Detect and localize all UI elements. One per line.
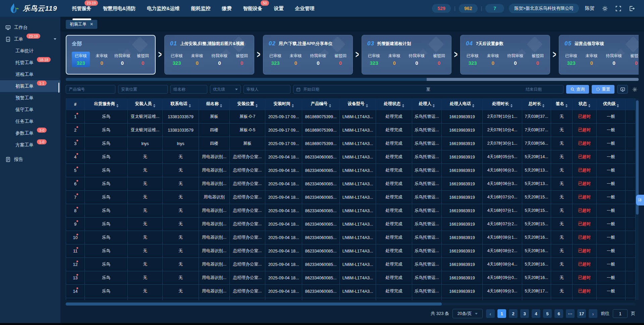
stat-card-all[interactable]: 全部已审核323未审核0待我审核0被驳回0 <box>66 35 156 75</box>
priority-select[interactable]: 优先级 <box>210 85 241 94</box>
sort-carets-icon[interactable] <box>366 104 368 107</box>
sidebar-item-工单[interactable]: 工单23-19 <box>0 33 60 45</box>
sidebar-item-任务工单[interactable]: 任务工单 <box>0 115 60 127</box>
sidebar-item-值守工单[interactable]: 值守工单 <box>0 104 60 115</box>
column-header-extra[interactable] <box>626 99 636 110</box>
page-button-1[interactable]: 1 <box>497 309 506 318</box>
table-row[interactable]: 12乐鸟无无用电器识别...总经理办公室...2025-09-04 18...8… <box>66 258 636 271</box>
stat-被驳回[interactable]: 被驳回0 <box>136 52 150 67</box>
page-button-5[interactable]: 5 <box>543 309 552 318</box>
reviewer-input[interactable] <box>244 85 290 94</box>
company-selector[interactable]: 陈贺>新北京乐鸟科技有限公司 <box>509 4 579 13</box>
table-row[interactable]: 10乐鸟无无用电器识别...总经理办公室...2025-09-04 18...8… <box>66 231 636 244</box>
stat-已审核[interactable]: 已审核323 <box>170 52 183 67</box>
column-header-安装位置[interactable]: 安装位置 <box>230 99 265 110</box>
table-row[interactable]: 6乐鸟无无用电器识别...总经理办公室...2025-09-04 18...86… <box>66 177 636 191</box>
stat-未审核[interactable]: 未审核0 <box>191 52 204 67</box>
date-range-picker[interactable]: 开始日期 至 结束日期 <box>293 85 564 94</box>
close-icon[interactable]: ✕ <box>90 22 93 26</box>
export-icon[interactable] <box>617 85 628 94</box>
column-header-联系电话[interactable]: 联系电话 <box>163 99 199 110</box>
table-row[interactable]: 4乐鸟无无用电器识别...总经理办公室...2025-09-04 18...86… <box>66 150 636 164</box>
table-row[interactable]: 9乐鸟无无用电器识别...总经理办公室...2025-09-04 18...86… <box>66 218 636 231</box>
nav-item-3[interactable]: 电力监控&运维 <box>147 5 179 12</box>
column-header-处理人[interactable]: 处理人 <box>412 99 442 110</box>
product-number-input[interactable] <box>66 85 115 94</box>
stat-未审核[interactable]: 未审核0 <box>486 52 500 67</box>
nav-item-6[interactable]: 智能设备50 <box>243 5 262 12</box>
table-row[interactable]: 8乐鸟无无用电器识别...总经理办公室...2025-09-04 18...86… <box>66 204 636 218</box>
stat-已审核[interactable]: 已审核323 <box>466 52 479 67</box>
stat-被驳回[interactable]: 被驳回0 <box>432 52 446 67</box>
gear-icon[interactable] <box>631 85 639 94</box>
column-header-优先级[interactable]: 优先级 <box>597 99 626 110</box>
fullscreen-icon[interactable] <box>613 4 623 13</box>
table-row[interactable]: 7乐鸟无无用电器识别总经理办公室...2025-09-04 18...86233… <box>66 191 636 204</box>
sort-carets-icon[interactable] <box>511 104 513 107</box>
sidebar-item-初装工单[interactable]: 初装工单1-1 <box>0 80 60 92</box>
table-horizontal-scrollbar[interactable] <box>66 303 635 306</box>
stat-待我审核[interactable]: 待我审核0 <box>211 52 228 67</box>
stat-待我审核[interactable]: 待我审核0 <box>309 52 327 67</box>
table-row[interactable]: 13乐鸟无无用电器识别...总经理办公室...2025-09-04 18...8… <box>66 271 636 285</box>
page-button-3[interactable]: 3 <box>520 309 529 318</box>
logout-icon[interactable] <box>627 4 637 13</box>
cell[interactable]: 4 <box>66 150 85 164</box>
sidebar-item-预警工单[interactable]: 预警工单 <box>0 92 60 104</box>
sort-carets-icon[interactable] <box>256 104 258 107</box>
column-header-组名称[interactable]: 组名称 <box>199 99 230 110</box>
sidebar-item-工单统计[interactable]: 工单统计 <box>0 45 60 57</box>
page-button-4[interactable]: 4 <box>532 309 540 318</box>
tab-chuzhuang-gongdan[interactable]: 初装工单 ✕ <box>66 20 97 29</box>
prev-page-button[interactable]: ‹ <box>486 309 495 318</box>
cell[interactable]: 6 <box>66 177 85 191</box>
stat-被驳回[interactable]: 被驳回0 <box>334 52 347 67</box>
sort-carets-icon[interactable] <box>472 104 474 107</box>
sort-carets-icon[interactable] <box>617 104 619 107</box>
goto-page-input[interactable] <box>613 309 628 318</box>
column-header-签名[interactable]: 签名 <box>551 99 573 110</box>
stat-待我审核[interactable]: 待我审核0 <box>408 52 425 67</box>
column-header-#[interactable]: # <box>66 99 85 110</box>
sort-carets-icon[interactable] <box>433 104 435 107</box>
table-row[interactable]: 5乐鸟无无用电器识别...总经理办公室...2025-09-04 18...86… <box>66 164 636 177</box>
column-header-状态[interactable]: 状态 <box>573 99 597 110</box>
nav-stat-pill-2[interactable]: 962 <box>459 4 478 13</box>
stat-被驳回[interactable]: 被驳回0 <box>630 52 639 67</box>
sort-carets-icon[interactable] <box>402 104 404 107</box>
stat-card-04[interactable]: 047天后设置参数已审核323未审核0待我审核0被驳回0 <box>460 35 550 75</box>
stat-待我审核[interactable]: 待我审核0 <box>605 52 623 67</box>
cell[interactable]: 11 <box>66 244 85 258</box>
install-location-input[interactable] <box>118 85 168 94</box>
column-header-安装时间[interactable]: 安装时间 <box>265 99 302 110</box>
cell[interactable]: 1 <box>66 110 85 124</box>
table-row[interactable]: 14乐鸟无无用电器识别...总经理办公室...2025-09-04 18...8… <box>66 285 636 298</box>
page-ellipsis[interactable]: ··· <box>566 309 575 318</box>
stat-已审核[interactable]: 已审核323 <box>565 52 578 67</box>
cell[interactable]: 2 <box>66 124 85 137</box>
search-button[interactable]: 查询 <box>566 85 589 94</box>
sort-carets-icon[interactable] <box>588 104 590 107</box>
sidebar-item-参数工单[interactable]: 参数工单3-0 <box>0 127 60 139</box>
stat-已审核[interactable]: 已审核323 <box>367 52 381 67</box>
stat-已审核[interactable]: 已审核323 <box>269 52 282 67</box>
sidebar-scrollbar[interactable] <box>58 83 59 93</box>
cell[interactable]: 5 <box>66 164 85 177</box>
sort-carets-icon[interactable] <box>189 104 191 107</box>
cell[interactable]: 13 <box>66 271 85 285</box>
cell[interactable]: 14 <box>66 285 85 298</box>
reset-button[interactable]: 重置 <box>592 85 614 94</box>
column-header-处理时长[interactable]: 处理时长 <box>483 99 522 110</box>
stat-card-02[interactable]: 02用户:下载,注册APP,分享单位已审核323未审核0待我审核0被驳回0 <box>263 35 353 75</box>
detail-float-tab[interactable]: 详 <box>636 195 644 205</box>
stat-待我审核[interactable]: 待我审核0 <box>114 52 131 67</box>
sort-carets-icon[interactable] <box>566 104 568 107</box>
stat-card-05[interactable]: 05运营点领导审核已审核323未审核0待我审核0被驳回0 <box>559 35 639 75</box>
nav-item-4[interactable]: 能耗监控 <box>191 5 210 12</box>
cell[interactable]: 12 <box>66 258 85 271</box>
column-header-总时长[interactable]: 总时长 <box>522 99 551 110</box>
sort-carets-icon[interactable] <box>220 104 222 107</box>
sort-carets-icon[interactable] <box>153 104 155 107</box>
stat-card-03[interactable]: 03托管新建巡检计划已审核323未审核0待我审核0被驳回0 <box>362 35 451 75</box>
table-row[interactable]: 3乐鸟lnyslnys四楼展板2025-09-17 09...861869075… <box>66 137 636 150</box>
